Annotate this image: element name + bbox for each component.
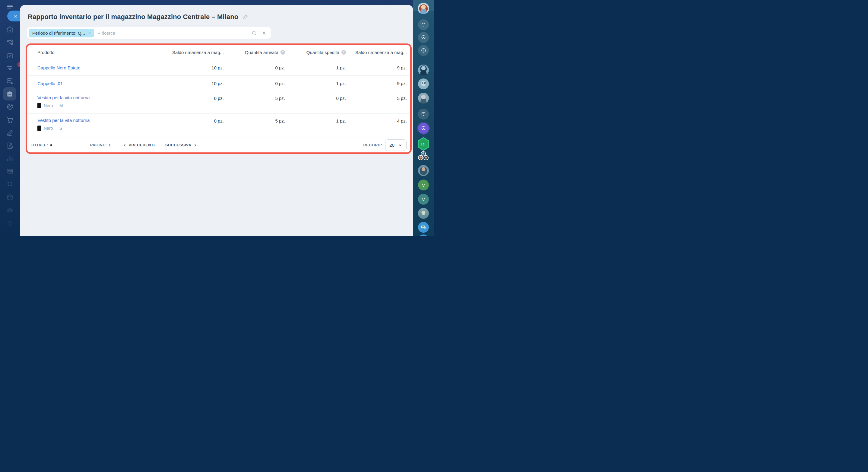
sidebar-item-settings[interactable]: [0, 219, 20, 228]
translate-chat-button[interactable]: [418, 45, 429, 56]
chevron-down-icon: [398, 143, 402, 147]
contact-avatar[interactable]: [418, 79, 429, 89]
sidebar-item-camera[interactable]: [0, 206, 20, 214]
notifications-button[interactable]: [418, 19, 429, 30]
v-badge-green[interactable]: V: [418, 180, 429, 190]
ri-hexagon-badge[interactable]: RI: [417, 137, 430, 151]
next-page-button[interactable]: SUCCESSIVA: [165, 143, 197, 147]
help-icon[interactable]: ?: [341, 50, 346, 55]
contact-avatar[interactable]: [418, 65, 429, 76]
group-member-avatar: [424, 155, 429, 160]
search-input[interactable]: [97, 30, 251, 36]
sidebar-item-id-card[interactable]: [0, 167, 20, 175]
translate-chat-icon: [421, 48, 427, 53]
sidebar-item-cart[interactable]: [0, 116, 20, 124]
records-per-page-select[interactable]: 20: [385, 140, 407, 151]
cell-arrived: 0 pz.: [224, 65, 285, 70]
v-badge-teal[interactable]: V: [418, 194, 429, 205]
targets-icon: [6, 102, 14, 111]
package-icon: [6, 193, 14, 202]
clear-search-icon[interactable]: [261, 30, 267, 36]
community-icon: [6, 38, 14, 47]
sidebar-item-analytics[interactable]: [0, 154, 20, 163]
cell-shipped: 1 pz.: [285, 65, 346, 70]
ai-loop-icon: [421, 34, 427, 40]
sidebar-item-bot[interactable]: [0, 180, 20, 188]
table-footer: TOTALE: 4 PAGINE: 1 PRECEDENTE SUCCESSIV…: [27, 138, 410, 152]
gear-icon: [6, 219, 14, 228]
product-link[interactable]: Cappello .01: [37, 81, 153, 86]
color-swatch-black: [37, 103, 41, 108]
sidebar-item-planner[interactable]: [0, 77, 20, 85]
ai-assistant-button[interactable]: [418, 32, 429, 43]
device-check-button[interactable]: [418, 109, 429, 119]
left-sidebar: 1: [0, 0, 20, 236]
cell-balance-end: 5 pz.: [346, 91, 407, 101]
product-link[interactable]: Vestito per la vita notturna: [37, 95, 153, 100]
column-header-balance-end[interactable]: Saldo rimanenza a mag...: [346, 50, 407, 55]
column-header-shipped[interactable]: Quantità spedita ?: [285, 50, 346, 55]
cell-arrived: 5 pz.: [224, 91, 285, 101]
sidebar-item-targets[interactable]: [0, 102, 20, 111]
tasks-icon: [6, 52, 14, 60]
divider: [418, 11, 429, 11]
sidebar-item-package[interactable]: [0, 193, 20, 202]
sidebar-item-home[interactable]: [0, 25, 20, 33]
table-header-row: Prodotto Saldo rimanenza a mag... Quanti…: [27, 45, 410, 60]
column-header-arrived[interactable]: Quantità arrivata ?: [224, 50, 285, 55]
column-header-label: Quantità arrivata: [245, 50, 278, 55]
chat-bubbles-icon: [420, 224, 427, 231]
variant-size-label: M: [59, 103, 63, 108]
sidebar-item-documents[interactable]: [0, 142, 20, 150]
cell-balance-end: 9 pz.: [346, 65, 407, 70]
cell-balance-start: 0 pz.: [159, 91, 224, 101]
column-header-label: Saldo rimanenza a mag...: [355, 50, 407, 55]
partial-badge[interactable]: [418, 235, 429, 236]
chat-bubbles-badge[interactable]: [418, 222, 429, 233]
contact-avatar[interactable]: [418, 93, 429, 104]
planner-icon: [6, 77, 14, 85]
bot-icon: [6, 180, 14, 188]
next-page-label: SUCCESSIVA: [165, 143, 191, 147]
bell-icon: [421, 22, 427, 28]
pin-icon[interactable]: [242, 14, 248, 20]
main-card: Rapporto inventario per il magazzino Mag…: [20, 5, 413, 236]
table-row: Vestito per la vita notturna Nero | M 0 …: [27, 91, 410, 114]
help-icon[interactable]: ?: [280, 50, 285, 55]
sidebar-item-warehouse-active[interactable]: [3, 87, 16, 100]
page-title: Rapporto inventario per il magazzino Mag…: [28, 13, 238, 21]
variant-info: Nero | S: [37, 125, 153, 131]
sidebar-item-filters[interactable]: 1: [0, 64, 20, 72]
sidebar-item-tasks[interactable]: [0, 52, 20, 60]
filter-chip-period[interactable]: Periodo di riferimento: Q...: [29, 29, 94, 37]
device-check-icon: [421, 111, 427, 117]
column-header-balance-start[interactable]: Saldo rimanenza a mag...: [159, 50, 224, 55]
user-avatar[interactable]: [418, 3, 429, 14]
column-header-product[interactable]: Prodotto: [37, 45, 159, 60]
group-member-avatar: [418, 155, 423, 160]
cell-arrived: 5 pz.: [224, 114, 285, 123]
sidebar-item-signature[interactable]: [0, 128, 20, 137]
v-label: V: [422, 197, 425, 202]
cell-balance-start: 0 pz.: [159, 114, 224, 123]
search-icon[interactable]: [251, 30, 257, 36]
bar-chart-icon: [6, 154, 14, 163]
menu-icon[interactable]: [0, 2, 20, 11]
right-sidebar: RI V V: [413, 0, 434, 236]
previous-page-button[interactable]: PRECEDENTE: [123, 143, 156, 147]
v-label: V: [422, 183, 425, 188]
chevron-right-icon: [193, 143, 197, 147]
chip-remove-icon[interactable]: [88, 31, 91, 35]
sidebar-item-community[interactable]: [0, 38, 20, 47]
product-link[interactable]: Vestito per la vita notturna: [37, 118, 153, 123]
filters-icon: [6, 64, 14, 72]
product-link[interactable]: Cappello Nero Estate: [37, 65, 153, 70]
ai-sparkle-badge[interactable]: [418, 123, 429, 134]
contact-avatar[interactable]: [418, 208, 429, 219]
contact-avatar[interactable]: [418, 165, 429, 176]
group-avatar[interactable]: [418, 151, 429, 162]
signature-icon: [6, 128, 14, 137]
app-root: 1: [0, 0, 434, 236]
column-header-label: Quantità spedita: [306, 50, 339, 55]
inventory-report-table: Prodotto Saldo rimanenza a mag... Quanti…: [26, 43, 412, 154]
